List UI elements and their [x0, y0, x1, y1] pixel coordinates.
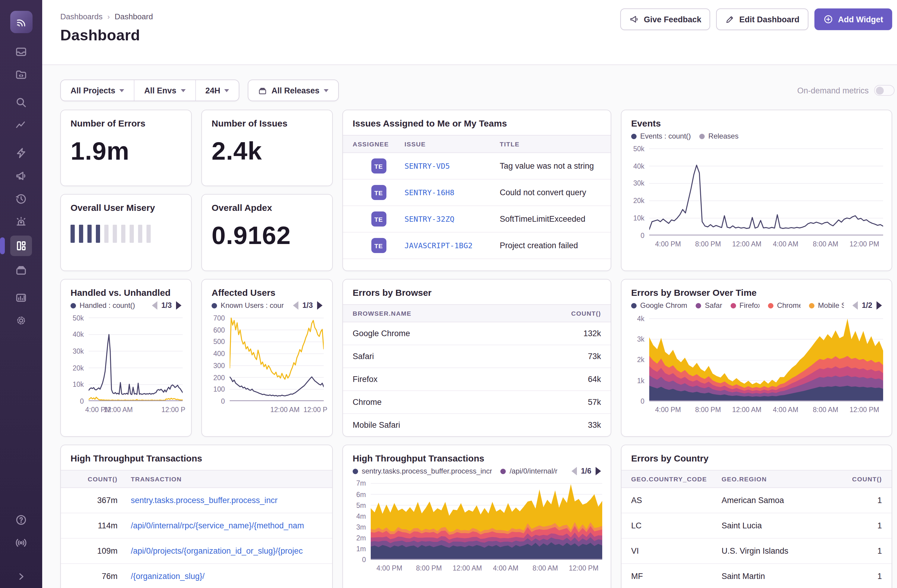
legend-item[interactable]: Google Chrome [631, 301, 687, 310]
legend-item[interactable]: Firefox [730, 301, 759, 310]
table-row[interactable]: 114m/api/0/internal/rpc/{service_name}/{… [61, 513, 332, 539]
table-row[interactable]: 109m/api/0/projects/{organization_id_or_… [61, 539, 332, 564]
date-range-filter[interactable]: 24H [195, 80, 239, 101]
table-row[interactable]: Safari73k [343, 345, 611, 368]
legend-item[interactable]: Known Users : cour [211, 301, 284, 310]
handled-line-chart[interactable] [89, 315, 183, 401]
legend-item[interactable]: Chrome [768, 301, 801, 310]
sidebar-item-alerts[interactable] [10, 213, 32, 231]
table-header: GEO.COUNTRY_CODEGEO.REGIONCOUNT() [621, 470, 892, 488]
legend-item[interactable]: sentry.tasks.process_buffer.process_incr [353, 467, 492, 475]
sidebar-item-projects[interactable] [10, 66, 32, 84]
legend-dot [631, 303, 637, 308]
page-next-icon[interactable] [176, 301, 181, 310]
legend-dot [696, 303, 701, 308]
breadcrumb-dashboards[interactable]: Dashboards [60, 12, 103, 21]
table-row[interactable]: Chrome57k [343, 391, 611, 414]
sidebar-collapse-icon[interactable] [10, 568, 32, 586]
table-row[interactable]: Firefox64k [343, 368, 611, 391]
page-prev-icon[interactable] [152, 301, 157, 310]
legend-dot [70, 303, 76, 308]
legend-dot [211, 303, 217, 308]
page-prev-icon[interactable] [852, 301, 857, 310]
help-icon[interactable] [10, 511, 32, 529]
sidebar-item-stats[interactable] [10, 289, 32, 307]
legend-item[interactable]: Mobile S [809, 301, 843, 310]
sidebar-item-user-feedback[interactable] [10, 167, 32, 185]
on-demand-toggle[interactable] [874, 85, 895, 96]
table-row[interactable]: MFSaint Martin1 [621, 564, 892, 588]
sidebar-item-dashboards[interactable] [10, 235, 32, 256]
sidebar-item-replays[interactable] [10, 190, 32, 208]
sidebar-item-performance[interactable] [10, 116, 32, 134]
assignee-badge[interactable]: TE [371, 238, 386, 253]
legend-item[interactable]: Events : count() [631, 132, 691, 141]
errors-by-browser-stacked-chart[interactable] [649, 315, 883, 401]
widget-errors-by-browser[interactable]: Errors by Browser BROWSER.NAMECOUNT()Goo… [342, 279, 611, 437]
widget-affected-users[interactable]: Affected Users Known Users : cour1/3 010… [201, 279, 333, 437]
legend-pagination: 1/2 [852, 301, 882, 310]
assignee-badge[interactable]: TE [371, 211, 386, 226]
table-row[interactable]: TESENTRY-32ZQSoftTimeLimitExceeded [343, 206, 611, 232]
edit-dashboard-button[interactable]: Edit Dashboard [716, 8, 809, 30]
broadcast-icon[interactable] [10, 534, 32, 552]
legend-item[interactable]: /api/0/internal/r [501, 467, 558, 475]
widget-events-chart[interactable]: Events Events : count()Releases 010k20k3… [621, 110, 892, 271]
table-row[interactable]: 76m/{organization_slug}/ [61, 564, 332, 588]
page-next-icon[interactable] [877, 301, 882, 310]
y-axis: 01m2m3m4m5m6m7m [350, 480, 368, 560]
dashboard-content: All Projects All Envs 24H All Releases O… [42, 65, 897, 588]
legend-dot [768, 303, 773, 308]
legend-item[interactable]: Releases [699, 132, 738, 141]
sidebar-item-queries-lightning[interactable] [10, 144, 32, 162]
table-row[interactable]: LCSaint Lucia1 [621, 513, 892, 539]
y-axis: 0100200300400500600700 [209, 315, 227, 401]
give-feedback-button[interactable]: Give Feedback [620, 8, 710, 30]
table-row[interactable]: Mobile Safari33k [343, 414, 611, 437]
legend-item[interactable]: Safari [696, 301, 722, 310]
assignee-badge[interactable]: TE [371, 159, 386, 174]
widget-apdex[interactable]: Overall Apdex 0.9162 [201, 194, 333, 271]
table-row[interactable]: TESENTRY-VD5Tag value was not a string [343, 153, 611, 180]
events-line-chart[interactable] [649, 145, 883, 235]
widget-number-of-errors[interactable]: Number of Errors 1.9m [60, 110, 192, 186]
project-filter[interactable]: All Projects [61, 80, 134, 101]
widget-high-throughput-table[interactable]: High Throughput Transactions COUNT()TRAN… [60, 444, 333, 588]
sidebar-item-search[interactable] [10, 93, 32, 111]
table-row[interactable]: TEJAVASCRIPT-1BG2Project creation failed [343, 232, 611, 259]
high-throughput-stacked-chart[interactable] [371, 480, 602, 560]
sidebar-item-settings-gear[interactable] [10, 312, 32, 330]
sidebar-item-issues[interactable] [10, 43, 32, 61]
sidebar-item-releases[interactable] [10, 261, 32, 279]
page-filters: All Projects All Envs 24H [60, 79, 240, 101]
widget-errors-by-browser-over-time[interactable]: Errors by Browser Over Time Google Chrom… [621, 279, 892, 437]
table-row[interactable]: Google Chrome132k [343, 322, 611, 345]
table-row[interactable]: VIU.S. Virgin Islands1 [621, 539, 892, 564]
page-prev-icon[interactable] [571, 467, 577, 475]
x-axis: 4:00 PM8:00 PM12:00 AM4:00 AM8:00 AM12:0… [649, 239, 884, 251]
sentry-dashboard-app: Dashboards › Dashboard Dashboard Give Fe… [0, 0, 897, 588]
table-row[interactable]: 367msentry.tasks.process_buffer.process_… [61, 488, 332, 513]
widget-number-of-issues[interactable]: Number of Issues 2.4k [201, 110, 333, 186]
widget-high-throughput-chart[interactable]: High Throughput Transactions sentry.task… [342, 444, 611, 588]
legend-pagination: 1/3 [152, 301, 181, 310]
legend-pagination: 1/3 [293, 301, 323, 310]
sentry-logo[interactable] [10, 11, 32, 33]
widget-user-misery[interactable]: Overall User Misery [60, 194, 192, 271]
table-row[interactable]: ASAmerican Samoa1 [621, 488, 892, 513]
widget-errors-by-country[interactable]: Errors by Country GEO.COUNTRY_CODEGEO.RE… [621, 444, 892, 588]
release-filter[interactable]: All Releases [248, 79, 339, 101]
page-next-icon[interactable] [595, 467, 601, 475]
table-header: COUNT()TRANSACTION [61, 470, 332, 488]
legend-item[interactable]: Handled : count() [70, 301, 135, 310]
widget-issues-assigned[interactable]: Issues Assigned to Me or My Teams ASSIGN… [342, 110, 611, 271]
assignee-badge[interactable]: TE [371, 185, 386, 200]
environment-filter[interactable]: All Envs [134, 80, 195, 101]
widget-handled-vs-unhandled[interactable]: Handled vs. Unhandled Handled : count()1… [60, 279, 192, 437]
affected-users-line-chart[interactable] [230, 315, 324, 401]
page-next-icon[interactable] [317, 301, 323, 310]
table-row[interactable]: TESENTRY-16H8Could not convert query [343, 180, 611, 206]
widget-title: Errors by Browser [343, 279, 611, 298]
page-prev-icon[interactable] [293, 301, 298, 310]
add-widget-button[interactable]: Add Widget [814, 8, 892, 30]
